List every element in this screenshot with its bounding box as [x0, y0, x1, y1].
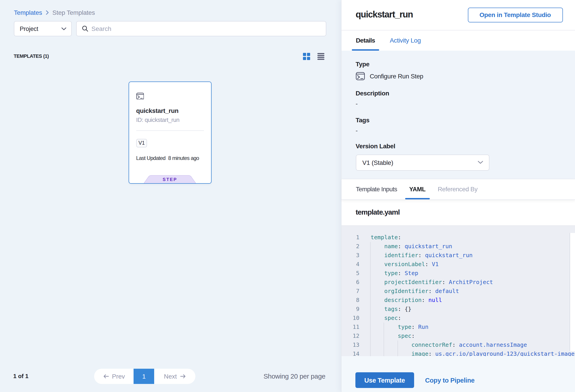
yaml-line: 5 type: Step — [341, 269, 575, 278]
version-chip: V1 — [136, 139, 147, 147]
filter-bar: Project — [14, 21, 326, 36]
yaml-line: 4 versionLabel: V1 — [341, 260, 575, 269]
grid-view-icon[interactable] — [303, 53, 310, 60]
search-input[interactable] — [92, 25, 321, 32]
tags-value: - — [356, 127, 561, 134]
template-detail-panel: quickstart_run Open in Template Studio D… — [341, 0, 575, 392]
use-template-button[interactable]: Use Template — [355, 372, 414, 388]
tab-template-inputs-label: Template Inputs — [356, 186, 397, 193]
card-title: quickstart_run — [136, 107, 179, 114]
tab-referenced-by[interactable]: Referenced By — [434, 179, 481, 199]
tab-activity-log-label: Activity Log — [390, 37, 421, 44]
breadcrumb-chevron-icon — [46, 10, 49, 15]
yaml-line: 3 identifier: quickstart_run — [341, 251, 575, 260]
step-badge-label: STEP — [144, 177, 196, 182]
yaml-file-name: template.yaml — [356, 208, 400, 216]
templates-count-label: TEMPLATES (1) — [14, 53, 49, 59]
details-section: Type Configure Run Step Description - Ta… — [341, 50, 575, 179]
card-updated-value: 8 minutes ago — [168, 155, 199, 161]
tab-yaml-label: YAML — [409, 186, 426, 193]
arrow-left-icon — [103, 374, 109, 379]
breadcrumb-templates-link[interactable]: Templates — [14, 9, 42, 16]
tags-label: Tags — [356, 116, 561, 123]
page-count: 1 of 1 — [13, 373, 28, 379]
open-in-template-studio-button[interactable]: Open in Template Studio — [468, 7, 563, 23]
yaml-line: 10 spec: — [341, 314, 575, 323]
card-updated-label: Last Updated — [136, 155, 166, 161]
yaml-file-header: template.yaml — [341, 200, 575, 226]
yaml-line: 1template: — [341, 233, 575, 242]
panel-tabs: Details Activity Log — [341, 30, 575, 50]
panel-header: quickstart_run Open in Template Studio — [341, 0, 575, 30]
yaml-line: 6 projectIdentifier: ArchitProject — [341, 278, 575, 287]
search-box — [76, 21, 326, 36]
next-page-label: Next — [164, 373, 177, 380]
page: Templates Step Templates Project TEMPLAT… — [0, 0, 575, 392]
arrow-right-icon — [180, 374, 186, 379]
template-card[interactable]: quickstart_run ID: quickstart_run V1 Las… — [129, 82, 212, 184]
breadcrumb-current: Step Templates — [52, 9, 95, 16]
panel-subtabs: Template Inputs YAML Referenced By — [341, 179, 575, 200]
card-id: ID: quickstart_run — [136, 116, 179, 123]
yaml-line: 13 connectorRef: account.harnessImage — [341, 341, 575, 349]
yaml-line: 9 tags: {} — [341, 305, 575, 314]
tab-template-inputs[interactable]: Template Inputs — [352, 179, 401, 199]
version-select-value: V1 (Stable) — [362, 159, 393, 166]
card-divider — [136, 130, 204, 131]
version-select[interactable]: V1 (Stable) — [356, 154, 489, 170]
editor-minimap[interactable] — [570, 233, 575, 351]
pagination: Prev 1 Next — [94, 369, 195, 384]
chevron-down-icon — [61, 27, 66, 30]
step-badge: STEP — [144, 175, 196, 184]
card-updated: Last Updated 8 minutes ago — [136, 155, 199, 161]
page-size-label: Showing 20 per page — [264, 372, 325, 380]
tab-referenced-by-label: Referenced By — [438, 186, 477, 193]
terminal-icon — [136, 92, 144, 99]
panel-title: quickstart_run — [356, 9, 413, 20]
yaml-code: 1template:2 name: quickstart_run3 identi… — [341, 233, 575, 356]
breadcrumb: Templates Step Templates — [14, 9, 95, 16]
yaml-line: 2 name: quickstart_run — [341, 242, 575, 251]
type-label: Type — [356, 61, 561, 68]
type-value: Configure Run Step — [370, 72, 423, 80]
version-label: Version Label — [356, 142, 561, 149]
view-toggles — [303, 53, 324, 60]
search-icon — [82, 25, 88, 32]
copy-to-pipeline-button[interactable]: Copy to Pipeline — [425, 372, 475, 388]
description-label: Description — [356, 89, 561, 96]
yaml-line: 12 spec: — [341, 331, 575, 341]
list-view-icon[interactable] — [317, 53, 324, 60]
panel-footer: Use Template Copy to Pipeline — [341, 356, 575, 392]
current-page-button[interactable]: 1 — [134, 369, 154, 384]
yaml-line: 7 orgIdentifier: default — [341, 287, 575, 296]
yaml-line: 11 type: Run — [341, 323, 575, 331]
next-page-button[interactable]: Next — [154, 369, 195, 384]
active-tab-underline — [405, 198, 430, 199]
prev-page-button[interactable]: Prev — [94, 369, 134, 384]
type-row: Configure Run Step — [356, 72, 561, 80]
description-value: - — [356, 100, 561, 107]
tab-yaml[interactable]: YAML — [405, 179, 430, 199]
chevron-down-icon — [478, 161, 483, 164]
scope-select[interactable]: Project — [14, 21, 72, 36]
prev-page-label: Prev — [112, 373, 125, 380]
terminal-icon — [356, 72, 365, 80]
yaml-editor[interactable]: 1template:2 name: quickstart_run3 identi… — [341, 226, 575, 356]
yaml-line: 14 image: us.gcr.io/playground-123/quick… — [341, 349, 575, 356]
tab-details-label: Details — [356, 37, 375, 44]
yaml-line: 8 description: null — [341, 296, 575, 305]
tab-activity-log[interactable]: Activity Log — [386, 30, 425, 50]
tab-details[interactable]: Details — [352, 30, 379, 50]
scope-select-value: Project — [20, 25, 38, 32]
